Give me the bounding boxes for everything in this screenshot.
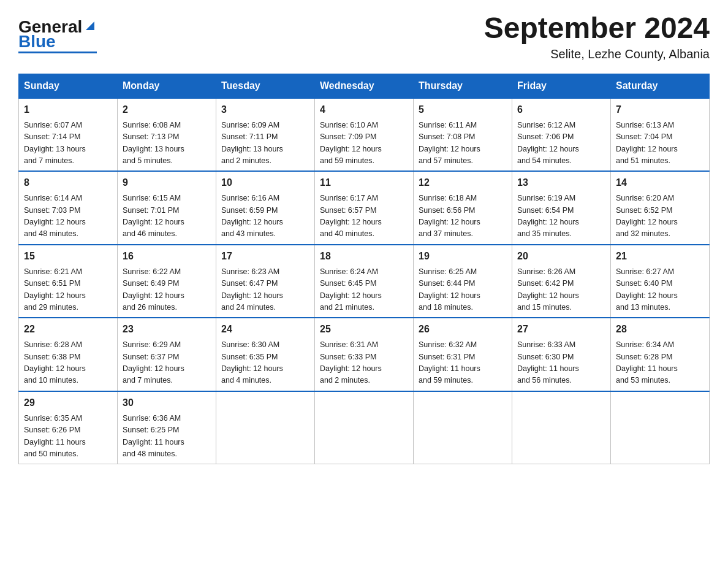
header-thursday: Thursday bbox=[414, 74, 512, 98]
header-wednesday: Wednesday bbox=[315, 74, 414, 98]
calendar-day-cell bbox=[216, 391, 315, 464]
day-number: 16 bbox=[123, 249, 211, 264]
day-number: 10 bbox=[221, 175, 309, 190]
day-number: 13 bbox=[517, 175, 605, 190]
day-number: 12 bbox=[419, 175, 507, 190]
day-info: Sunrise: 6:26 AM Sunset: 6:42 PM Dayligh… bbox=[517, 266, 605, 314]
day-number: 23 bbox=[123, 322, 211, 337]
day-number: 17 bbox=[221, 249, 309, 264]
day-number: 20 bbox=[517, 249, 605, 264]
day-number: 11 bbox=[320, 175, 408, 190]
calendar-day-cell: 16 Sunrise: 6:22 AM Sunset: 6:49 PM Dayl… bbox=[118, 245, 216, 318]
calendar-day-cell bbox=[315, 391, 414, 464]
calendar-day-cell: 15 Sunrise: 6:21 AM Sunset: 6:51 PM Dayl… bbox=[19, 245, 118, 318]
day-info: Sunrise: 6:24 AM Sunset: 6:45 PM Dayligh… bbox=[320, 266, 408, 314]
calendar-day-cell: 29 Sunrise: 6:35 AM Sunset: 6:26 PM Dayl… bbox=[19, 391, 118, 464]
day-info: Sunrise: 6:18 AM Sunset: 6:56 PM Dayligh… bbox=[419, 193, 507, 240]
calendar-day-cell: 28 Sunrise: 6:34 AM Sunset: 6:28 PM Dayl… bbox=[611, 318, 710, 391]
day-number: 7 bbox=[616, 102, 704, 117]
calendar-day-cell: 5 Sunrise: 6:11 AM Sunset: 7:08 PM Dayli… bbox=[414, 98, 512, 172]
header-friday: Friday bbox=[512, 74, 611, 98]
calendar-day-cell: 13 Sunrise: 6:19 AM Sunset: 6:54 PM Dayl… bbox=[512, 171, 611, 245]
calendar-week-row: 1 Sunrise: 6:07 AM Sunset: 7:14 PM Dayli… bbox=[19, 98, 710, 172]
day-info: Sunrise: 6:31 AM Sunset: 6:33 PM Dayligh… bbox=[320, 339, 408, 387]
day-info: Sunrise: 6:09 AM Sunset: 7:11 PM Dayligh… bbox=[221, 120, 309, 167]
day-number: 6 bbox=[517, 102, 605, 117]
day-number: 15 bbox=[24, 249, 112, 264]
calendar-week-row: 15 Sunrise: 6:21 AM Sunset: 6:51 PM Dayl… bbox=[19, 245, 710, 318]
calendar-day-cell: 20 Sunrise: 6:26 AM Sunset: 6:42 PM Dayl… bbox=[512, 245, 611, 318]
calendar-day-cell: 9 Sunrise: 6:15 AM Sunset: 7:01 PM Dayli… bbox=[118, 171, 216, 245]
day-info: Sunrise: 6:17 AM Sunset: 6:57 PM Dayligh… bbox=[320, 193, 408, 240]
logo-underline bbox=[18, 52, 97, 53]
day-number: 24 bbox=[221, 322, 309, 337]
day-info: Sunrise: 6:20 AM Sunset: 6:52 PM Dayligh… bbox=[616, 193, 704, 240]
day-info: Sunrise: 6:13 AM Sunset: 7:04 PM Dayligh… bbox=[616, 120, 704, 167]
day-number: 4 bbox=[320, 102, 408, 117]
header-tuesday: Tuesday bbox=[216, 74, 315, 98]
day-number: 9 bbox=[123, 175, 211, 190]
weekday-header-row: Sunday Monday Tuesday Wednesday Thursday… bbox=[19, 74, 710, 98]
day-info: Sunrise: 6:10 AM Sunset: 7:09 PM Dayligh… bbox=[320, 120, 408, 167]
calendar-day-cell: 27 Sunrise: 6:33 AM Sunset: 6:30 PM Dayl… bbox=[512, 318, 611, 391]
calendar-day-cell: 14 Sunrise: 6:20 AM Sunset: 6:52 PM Dayl… bbox=[611, 171, 710, 245]
calendar-day-cell: 21 Sunrise: 6:27 AM Sunset: 6:40 PM Dayl… bbox=[611, 245, 710, 318]
day-info: Sunrise: 6:11 AM Sunset: 7:08 PM Dayligh… bbox=[419, 120, 507, 167]
day-info: Sunrise: 6:22 AM Sunset: 6:49 PM Dayligh… bbox=[123, 266, 211, 314]
day-number: 30 bbox=[123, 396, 211, 410]
calendar-day-cell: 10 Sunrise: 6:16 AM Sunset: 6:59 PM Dayl… bbox=[216, 171, 315, 245]
day-number: 1 bbox=[24, 102, 112, 117]
day-number: 28 bbox=[616, 322, 704, 337]
calendar-day-cell: 24 Sunrise: 6:30 AM Sunset: 6:35 PM Dayl… bbox=[216, 318, 315, 391]
calendar-day-cell bbox=[414, 391, 512, 464]
day-info: Sunrise: 6:19 AM Sunset: 6:54 PM Dayligh… bbox=[517, 193, 605, 240]
calendar-day-cell: 12 Sunrise: 6:18 AM Sunset: 6:56 PM Dayl… bbox=[414, 171, 512, 245]
calendar-day-cell: 1 Sunrise: 6:07 AM Sunset: 7:14 PM Dayli… bbox=[19, 98, 118, 172]
day-info: Sunrise: 6:27 AM Sunset: 6:40 PM Dayligh… bbox=[616, 266, 704, 314]
logo-blue-text: Blue bbox=[18, 33, 56, 50]
calendar-day-cell: 11 Sunrise: 6:17 AM Sunset: 6:57 PM Dayl… bbox=[315, 171, 414, 245]
day-info: Sunrise: 6:25 AM Sunset: 6:44 PM Dayligh… bbox=[419, 266, 507, 314]
page-subtitle: Selite, Lezhe County, Albania bbox=[484, 47, 710, 61]
day-number: 21 bbox=[616, 249, 704, 264]
calendar-day-cell: 26 Sunrise: 6:32 AM Sunset: 6:31 PM Dayl… bbox=[414, 318, 512, 391]
day-number: 3 bbox=[221, 102, 309, 117]
day-info: Sunrise: 6:12 AM Sunset: 7:06 PM Dayligh… bbox=[517, 120, 605, 167]
day-number: 2 bbox=[123, 102, 211, 117]
day-number: 22 bbox=[24, 322, 112, 337]
logo-triangle-icon bbox=[83, 19, 97, 33]
calendar-week-row: 8 Sunrise: 6:14 AM Sunset: 7:03 PM Dayli… bbox=[19, 171, 710, 245]
day-number: 26 bbox=[419, 322, 507, 337]
day-number: 19 bbox=[419, 249, 507, 264]
calendar-day-cell: 30 Sunrise: 6:36 AM Sunset: 6:25 PM Dayl… bbox=[118, 391, 216, 464]
calendar-day-cell: 18 Sunrise: 6:24 AM Sunset: 6:45 PM Dayl… bbox=[315, 245, 414, 318]
calendar-day-cell bbox=[512, 391, 611, 464]
day-number: 8 bbox=[24, 175, 112, 190]
calendar-day-cell: 17 Sunrise: 6:23 AM Sunset: 6:47 PM Dayl… bbox=[216, 245, 315, 318]
day-info: Sunrise: 6:21 AM Sunset: 6:51 PM Dayligh… bbox=[24, 266, 112, 314]
day-number: 25 bbox=[320, 322, 408, 337]
header-saturday: Saturday bbox=[611, 74, 710, 98]
calendar-day-cell: 22 Sunrise: 6:28 AM Sunset: 6:38 PM Dayl… bbox=[19, 318, 118, 391]
day-info: Sunrise: 6:07 AM Sunset: 7:14 PM Dayligh… bbox=[24, 120, 112, 167]
calendar-day-cell: 23 Sunrise: 6:29 AM Sunset: 6:37 PM Dayl… bbox=[118, 318, 216, 391]
calendar-day-cell: 3 Sunrise: 6:09 AM Sunset: 7:11 PM Dayli… bbox=[216, 98, 315, 172]
day-number: 5 bbox=[419, 102, 507, 117]
calendar-day-cell: 2 Sunrise: 6:08 AM Sunset: 7:13 PM Dayli… bbox=[118, 98, 216, 172]
calendar-day-cell: 6 Sunrise: 6:12 AM Sunset: 7:06 PM Dayli… bbox=[512, 98, 611, 172]
calendar-day-cell: 4 Sunrise: 6:10 AM Sunset: 7:09 PM Dayli… bbox=[315, 98, 414, 172]
logo: General Blue bbox=[18, 12, 97, 53]
calendar-week-row: 29 Sunrise: 6:35 AM Sunset: 6:26 PM Dayl… bbox=[19, 391, 710, 464]
calendar-table: Sunday Monday Tuesday Wednesday Thursday… bbox=[18, 74, 710, 465]
day-number: 14 bbox=[616, 175, 704, 190]
calendar-day-cell bbox=[611, 391, 710, 464]
day-info: Sunrise: 6:32 AM Sunset: 6:31 PM Dayligh… bbox=[419, 339, 507, 387]
day-info: Sunrise: 6:33 AM Sunset: 6:30 PM Dayligh… bbox=[517, 339, 605, 387]
calendar-day-cell: 7 Sunrise: 6:13 AM Sunset: 7:04 PM Dayli… bbox=[611, 98, 710, 172]
page-title: September 2024 bbox=[484, 12, 710, 45]
calendar-week-row: 22 Sunrise: 6:28 AM Sunset: 6:38 PM Dayl… bbox=[19, 318, 710, 391]
day-info: Sunrise: 6:30 AM Sunset: 6:35 PM Dayligh… bbox=[221, 339, 309, 387]
day-number: 29 bbox=[24, 396, 112, 410]
day-info: Sunrise: 6:08 AM Sunset: 7:13 PM Dayligh… bbox=[123, 120, 211, 167]
day-info: Sunrise: 6:16 AM Sunset: 6:59 PM Dayligh… bbox=[221, 193, 309, 240]
